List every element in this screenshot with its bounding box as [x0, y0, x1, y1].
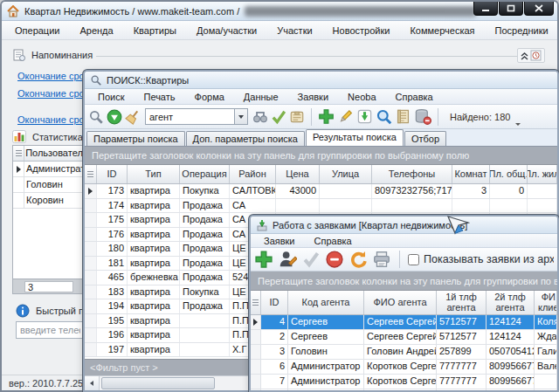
scrollbar-thumb[interactable]: [101, 377, 215, 389]
cell-id: 176: [97, 228, 128, 242]
combobox-dropdown-icon[interactable]: [234, 109, 247, 124]
col-agent-fio[interactable]: ФИО агента: [364, 291, 437, 314]
close-button[interactable]: [524, 2, 554, 16]
cell-type: квартира: [128, 314, 180, 328]
preview-magnifier-icon[interactable]: [376, 108, 392, 125]
statistics-row[interactable]: Головин: [13, 177, 84, 193]
edit-pencil-icon[interactable]: [337, 108, 354, 125]
tab-search-results[interactable]: Результаты поиска: [306, 129, 404, 146]
cell-phone2: 0507054123: [487, 345, 535, 359]
cell-rooms: 3: [452, 184, 490, 198]
row-indicator: [85, 242, 97, 256]
add-order-icon[interactable]: [254, 250, 273, 269]
apply-down-icon[interactable]: [107, 109, 122, 125]
scroll-left-icon[interactable]: [85, 376, 100, 390]
col-phones[interactable]: Телефоны: [372, 165, 452, 183]
minimize-button[interactable]: [473, 2, 498, 16]
tab-otbor[interactable]: Отбор: [404, 131, 446, 146]
undo-icon[interactable]: [349, 250, 368, 269]
search-tabs: Параметры поиска Доп. параметры поиска Р…: [85, 129, 557, 146]
col-id[interactable]: ID: [261, 291, 288, 314]
table-row[interactable]: 2 Сергеев Сергеев Сергей 5712577 124124 …: [251, 330, 557, 345]
menu-item-poisk[interactable]: Поиск: [92, 91, 130, 103]
menu-item-kvartiry[interactable]: Квартиры: [128, 24, 183, 37]
orders-table-header: ID Код агента ФИО агента 1й тлфагента 2й…: [251, 291, 557, 315]
maximize-button[interactable]: [499, 2, 523, 16]
reminder-link[interactable]: Окончание сро: [17, 88, 85, 99]
col-rooms[interactable]: Комнат: [452, 165, 490, 183]
binoculars-icon[interactable]: [252, 109, 268, 125]
col-phone2[interactable]: 2й тлфагента: [487, 291, 535, 314]
menu-item-dannye[interactable]: Данные: [238, 91, 285, 103]
cell-client: Галина: [535, 345, 557, 359]
col-area-total[interactable]: Пл. общ.: [490, 165, 528, 183]
check-leaf-icon[interactable]: [271, 109, 286, 125]
col-price[interactable]: Цена: [276, 165, 320, 183]
reminder-link[interactable]: Окончание сро: [17, 71, 85, 81]
journal-icon[interactable]: [395, 108, 411, 125]
col-district[interactable]: Район: [230, 165, 276, 183]
tab-search-params[interactable]: Параметры поиска: [86, 131, 185, 146]
menu-item-arenda[interactable]: Аренда: [73, 24, 119, 37]
col-street[interactable]: Улица: [320, 165, 372, 183]
menu-item-uchastki[interactable]: Участки: [271, 24, 318, 37]
menu-item-kommercheskaya[interactable]: Коммерческая: [404, 24, 480, 37]
cell-area-living: [528, 199, 557, 213]
table-row[interactable]: 3 Головин Головин Андрей 257899 05070541…: [251, 345, 557, 360]
print-icon[interactable]: [372, 250, 391, 269]
menu-item-operacii[interactable]: Операции: [9, 24, 66, 37]
menu-item-zayavki[interactable]: Заявки: [258, 235, 301, 247]
export-down-icon[interactable]: [356, 108, 373, 125]
add-record-icon[interactable]: [318, 108, 335, 125]
col-type[interactable]: Тип: [128, 165, 180, 183]
statistics-column-header[interactable]: Пользовател: [24, 146, 84, 161]
col-agent-code[interactable]: Код агента: [288, 291, 364, 314]
delete-order-icon[interactable]: [325, 250, 344, 269]
col-client-fio[interactable]: ФИклие: [535, 291, 557, 314]
collapse-chevron-icon[interactable]: [521, 52, 528, 60]
search-titlebar[interactable]: ПОИСК::Квартиры: [85, 72, 557, 89]
menu-item-neoba[interactable]: Neoba: [342, 91, 382, 103]
menu-item-forma[interactable]: Форма: [189, 91, 231, 103]
col-phone1[interactable]: 1й тлфагента: [437, 291, 487, 314]
column-chooser-icon[interactable]: [251, 291, 261, 314]
menu-item-zayavki[interactable]: Заявки: [292, 91, 335, 103]
col-operation[interactable]: Операция: [180, 165, 230, 183]
group-by-panel[interactable]: Перетащите заголовок колонки на эту пане…: [251, 272, 557, 291]
toolbar-customize-chevron-icon[interactable]: [515, 123, 521, 126]
cell-type: квартира: [128, 299, 180, 313]
cell-phone1: 5712577: [437, 315, 487, 329]
menu-item-spravka[interactable]: Справка: [390, 91, 439, 103]
menu-item-novostroyki[interactable]: Новостройки: [327, 24, 397, 37]
quick-search-input[interactable]: [16, 321, 85, 339]
table-row[interactable]: 173 квартира Покупка САЛТОВКА 43000 8097…: [85, 184, 557, 199]
statistics-row[interactable]: Администратор: [13, 162, 84, 177]
card-file-icon[interactable]: [289, 109, 305, 125]
reminder-clock-icon[interactable]: [530, 50, 542, 61]
table-row[interactable]: 7 Администратор Коротков Сергей 7777777 …: [251, 375, 557, 389]
database-remove-icon[interactable]: [414, 108, 431, 125]
clear-broom-icon[interactable]: [125, 109, 141, 125]
table-row[interactable]: 174 квартира Продажа СА: [85, 199, 557, 214]
search-run-icon[interactable]: [88, 109, 104, 125]
column-chooser-icon[interactable]: [13, 146, 24, 161]
agent-combobox[interactable]: агент: [145, 108, 248, 125]
menu-item-pechat[interactable]: Печать: [137, 91, 181, 103]
col-area-living[interactable]: Пл. жил: [528, 165, 557, 183]
orders-titlebar[interactable]: Работа с заявками [Квартал недвижимость]: [251, 217, 557, 234]
menu-item-posredniki[interactable]: Посредники: [489, 24, 555, 37]
column-chooser-icon[interactable]: [85, 165, 97, 183]
edit-agent-icon[interactable]: [278, 250, 297, 269]
table-row[interactable]: 4 Сергеев Сергеев Сергей 5712577 124124 …: [251, 315, 557, 330]
show-archive-checkbox[interactable]: [408, 254, 419, 265]
group-by-panel[interactable]: Перетащите заголовок колонки на эту пане…: [85, 147, 557, 165]
table-row[interactable]: 6 Администратор Коротков Сергей 7777777 …: [251, 360, 557, 375]
statistics-row[interactable]: Коровин: [13, 193, 84, 209]
tab-extra-params[interactable]: Доп. параметры поиска: [186, 131, 305, 146]
menu-item-spravka[interactable]: Справка: [308, 235, 358, 247]
reminder-link[interactable]: Окончание сро: [17, 114, 85, 125]
col-id[interactable]: ID: [97, 165, 128, 183]
menu-item-doma-uchastki[interactable]: Дома/участки: [190, 24, 263, 37]
cell-type: квартира: [128, 285, 180, 299]
cell-agent-fio: Коротков Сергей: [364, 375, 437, 389]
